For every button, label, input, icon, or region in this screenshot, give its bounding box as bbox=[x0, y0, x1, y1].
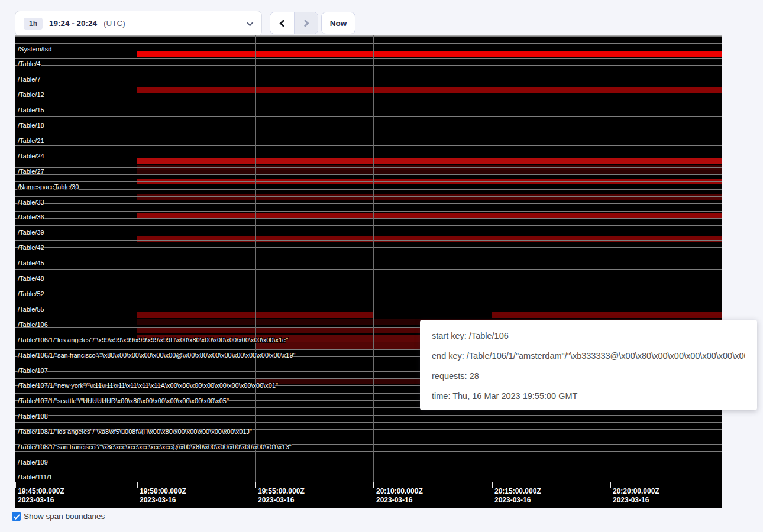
row-label: /Table/7 bbox=[18, 76, 41, 83]
axis-time-label: 20:20:00.000Z bbox=[613, 487, 659, 495]
span-boundary-line bbox=[15, 225, 722, 226]
now-button[interactable]: Now bbox=[321, 12, 355, 34]
row-label: /Table/108/1/"los angeles"/"\xa8\xf5\u00… bbox=[18, 428, 252, 435]
time-boundary-line bbox=[373, 35, 374, 484]
chevron-down-icon bbox=[247, 19, 253, 25]
span-boundary-line bbox=[15, 102, 722, 102]
axis-date-label: 2023-03-16 bbox=[18, 496, 54, 504]
span-boundary-line bbox=[15, 415, 722, 416]
span-boundary-line bbox=[15, 269, 722, 270]
row-label: /Table/107/1/"new york"/"\x11\x11\x11\x1… bbox=[18, 382, 278, 389]
axis-date-label: 2023-03-16 bbox=[613, 496, 649, 504]
span-boundary-line bbox=[15, 153, 722, 153]
heatmap-band bbox=[137, 51, 722, 57]
axis-tick bbox=[610, 482, 611, 488]
span-boundary-line bbox=[15, 167, 722, 168]
span-boundary-line bbox=[15, 95, 722, 95]
axis-time-label: 19:45:00.000Z bbox=[18, 487, 64, 495]
span-boundary-line bbox=[15, 277, 722, 277]
row-label: /System/tsd bbox=[18, 46, 51, 53]
row-label: /Table/48 bbox=[18, 275, 44, 282]
span-boundary-line bbox=[15, 466, 722, 466]
prev-range-button[interactable] bbox=[270, 12, 294, 34]
time-boundary-line bbox=[137, 35, 137, 484]
span-boundary-line bbox=[15, 473, 722, 473]
chevron-left-icon bbox=[279, 20, 287, 27]
span-boundary-line bbox=[15, 255, 722, 255]
axis-tick bbox=[373, 482, 374, 488]
span-boundary-line bbox=[15, 73, 722, 73]
show-span-boundaries-checkbox[interactable] bbox=[12, 512, 21, 521]
axis-time-label: 19:55:00.000Z bbox=[258, 487, 305, 495]
heatmap-band bbox=[137, 87, 722, 93]
axis-time-label: 19:50:00.000Z bbox=[140, 487, 186, 495]
row-label: /Table/15 bbox=[18, 106, 44, 113]
axis-tick bbox=[255, 482, 256, 488]
span-boundary-line bbox=[15, 203, 722, 204]
span-boundary-line bbox=[15, 160, 722, 160]
heatmap-canvas[interactable]: /System/tsd/Table/4/Table/7/Table/12/Tab… bbox=[15, 35, 722, 508]
range-timezone: (UTC) bbox=[104, 19, 125, 28]
time-boundary-line bbox=[255, 35, 256, 484]
axis-date-label: 2023-03-16 bbox=[376, 496, 412, 504]
span-boundary-line bbox=[15, 196, 722, 197]
range-nav-group bbox=[270, 12, 318, 34]
span-boundary-line bbox=[15, 174, 722, 175]
row-label: /Table/108/1/"san francisco"/"\x8c\xcc\x… bbox=[18, 443, 292, 450]
row-label: /Table/106/1/"san francisco"/"\x80\x00\x… bbox=[18, 352, 296, 359]
row-label: /Table/45 bbox=[18, 259, 44, 267]
span-boundary-line bbox=[15, 43, 722, 44]
row-label: /Table/27 bbox=[18, 168, 44, 175]
span-boundary-line bbox=[15, 218, 722, 219]
span-boundary-line bbox=[15, 313, 722, 313]
show-span-boundaries-control[interactable]: Show span boundaries bbox=[12, 512, 105, 521]
next-range-button[interactable] bbox=[294, 12, 318, 34]
row-label: /Table/107/1/"seattle"/"UUUUUUD\x00\x80\… bbox=[18, 397, 229, 404]
span-boundary-line bbox=[15, 306, 722, 306]
span-boundary-line bbox=[15, 124, 722, 124]
row-label: /Table/12 bbox=[18, 91, 44, 98]
row-label: /Table/4 bbox=[18, 60, 41, 67]
row-label: /Table/106 bbox=[18, 321, 48, 328]
span-boundary-line bbox=[15, 422, 722, 423]
tooltip-requests: requests: 28 bbox=[432, 366, 745, 386]
range-duration-badge: 1h bbox=[24, 18, 43, 30]
span-boundary-line bbox=[15, 211, 722, 212]
chevron-right-icon bbox=[302, 20, 309, 27]
row-label: /Table/39 bbox=[18, 229, 44, 236]
row-label: /Table/109 bbox=[18, 459, 48, 466]
span-boundary-line bbox=[15, 451, 722, 452]
span-boundary-line bbox=[15, 240, 722, 241]
heatmap-band bbox=[137, 236, 722, 242]
key-visualizer-page: 1h 19:24 - 20:24 (UTC) Now /System/tsd/T… bbox=[0, 0, 763, 532]
span-boundary-line bbox=[15, 116, 722, 117]
heatmap-band bbox=[137, 194, 722, 200]
row-label: /Table/107 bbox=[18, 367, 48, 374]
span-boundary-line bbox=[15, 459, 722, 459]
row-label: /Table/108 bbox=[18, 413, 48, 420]
row-label: /Table/24 bbox=[18, 153, 44, 160]
span-boundary-line bbox=[15, 87, 722, 87]
span-boundary-line bbox=[15, 65, 722, 66]
tooltip-end-key: end key: /Table/106/1/"amsterdam"/"\xb33… bbox=[432, 346, 745, 366]
row-label: /Table/36 bbox=[18, 213, 44, 220]
row-label: /Table/33 bbox=[18, 199, 44, 206]
row-label: /Table/21 bbox=[18, 137, 44, 144]
show-span-boundaries-label: Show span boundaries bbox=[24, 512, 105, 521]
axis-tick bbox=[137, 482, 138, 488]
axis-date-label: 2023-03-16 bbox=[494, 496, 531, 504]
row-label: /Table/106/1/"los angeles"/"\x99\x99\x99… bbox=[18, 336, 288, 343]
range-text: 19:24 - 20:24 bbox=[49, 19, 97, 28]
axis-date-label: 2023-03-16 bbox=[140, 496, 176, 504]
time-range-dropdown[interactable]: 1h 19:24 - 20:24 (UTC) bbox=[15, 11, 262, 36]
span-boundary-line bbox=[15, 80, 722, 80]
tooltip-start-key: start key: /Table/106 bbox=[432, 326, 745, 346]
row-label: /NamespaceTable/30 bbox=[18, 183, 79, 190]
axis-tick bbox=[15, 482, 16, 488]
span-boundary-line bbox=[15, 437, 722, 437]
span-boundary-line bbox=[15, 233, 722, 233]
span-boundary-line bbox=[15, 189, 722, 190]
span-boundary-line bbox=[15, 481, 722, 481]
row-label: /Table/111/1 bbox=[18, 473, 52, 481]
span-boundary-line bbox=[15, 291, 722, 291]
